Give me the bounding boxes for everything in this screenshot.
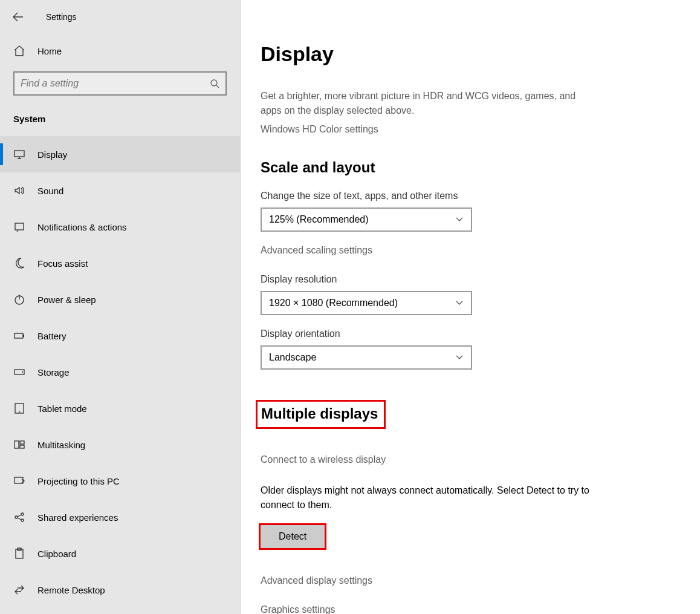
graphics-settings-link[interactable]: Graphics settings [261, 604, 676, 614]
resolution-dropdown[interactable]: 1920 × 1080 (Recommended) [261, 291, 472, 315]
sidebar-item-clipboard[interactable]: Clipboard [0, 535, 240, 572]
hdr-description: Get a brighter, more vibrant picture in … [261, 89, 599, 118]
sidebar-item-label: Projecting to this PC [37, 476, 120, 486]
sidebar-item-display[interactable]: Display [0, 136, 240, 172]
category-header: System [0, 108, 240, 136]
back-button[interactable] [11, 10, 25, 24]
search-icon [210, 79, 219, 88]
resolution-label: Display resolution [261, 274, 676, 285]
clipboard-icon [13, 547, 25, 560]
svg-point-14 [15, 516, 18, 518]
sidebar-item-sound[interactable]: Sound [0, 172, 240, 209]
orientation-value: Landscape [269, 352, 316, 363]
project-icon [13, 475, 25, 487]
scale-dropdown[interactable]: 125% (Recommended) [261, 207, 472, 232]
titlebar: Settings [0, 7, 240, 35]
hdr-color-settings-link[interactable]: Windows HD Color settings [261, 124, 676, 135]
sidebar-item-tablet-mode[interactable]: Tablet mode [0, 390, 240, 426]
wireless-display-link[interactable]: Connect to a wireless display [261, 454, 676, 465]
nav-list: Display Sound Notifications & actions Fo… [0, 136, 240, 608]
advanced-scaling-link[interactable]: Advanced scaling settings [261, 245, 676, 256]
chevron-down-icon [455, 215, 464, 224]
search-input[interactable] [21, 78, 190, 89]
notification-icon [13, 221, 25, 233]
sidebar-item-focus-assist[interactable]: Focus assist [0, 245, 240, 281]
sidebar-item-label: Notifications & actions [37, 222, 127, 232]
detect-description: Older displays might not always connect … [261, 483, 599, 512]
multitask-icon [13, 439, 25, 451]
svg-rect-5 [23, 335, 24, 337]
sidebar-item-multitasking[interactable]: Multitasking [0, 426, 240, 463]
sidebar-item-label: Storage [37, 367, 70, 377]
home-label: Home [37, 46, 62, 56]
storage-icon [13, 366, 25, 378]
power-icon [13, 293, 25, 305]
tablet-icon [13, 402, 25, 414]
orientation-label: Display orientation [261, 328, 676, 339]
sound-icon [13, 185, 25, 197]
sidebar: Settings Home System Display [0, 0, 241, 614]
section-scale-layout: Scale and layout [261, 159, 676, 176]
svg-rect-2 [15, 223, 24, 230]
battery-icon [13, 330, 25, 342]
scale-label: Change the size of text, apps, and other… [261, 191, 676, 201]
svg-rect-12 [20, 445, 24, 448]
sidebar-item-label: Display [37, 149, 67, 160]
window-title: Settings [46, 12, 77, 22]
sidebar-item-battery[interactable]: Battery [0, 318, 240, 354]
remote-icon [13, 584, 25, 596]
arrow-left-icon [13, 11, 24, 22]
svg-point-0 [211, 80, 217, 86]
scale-value: 125% (Recommended) [269, 214, 369, 225]
sidebar-item-label: Clipboard [37, 549, 76, 559]
advanced-display-settings-link[interactable]: Advanced display settings [261, 575, 676, 586]
share-icon [13, 511, 25, 523]
sidebar-item-remote-desktop[interactable]: Remote Desktop [0, 572, 240, 608]
sidebar-item-projecting[interactable]: Projecting to this PC [0, 463, 240, 499]
search-box[interactable] [13, 71, 227, 96]
svg-rect-4 [15, 333, 23, 338]
chevron-down-icon [455, 353, 464, 362]
sidebar-item-shared-experiences[interactable]: Shared experiences [0, 499, 240, 535]
sidebar-item-label: Remote Desktop [37, 585, 105, 595]
sidebar-item-label: Focus assist [37, 258, 88, 269]
moon-icon [13, 257, 25, 269]
svg-point-7 [22, 371, 23, 373]
home-icon [13, 45, 25, 57]
sidebar-item-label: Sound [37, 186, 63, 196]
sidebar-item-notifications[interactable]: Notifications & actions [0, 209, 240, 245]
svg-point-16 [21, 519, 24, 521]
display-icon [13, 148, 25, 160]
orientation-dropdown[interactable]: Landscape [261, 345, 472, 370]
svg-rect-10 [15, 441, 19, 448]
chevron-down-icon [455, 299, 464, 307]
svg-point-9 [19, 411, 20, 413]
sidebar-item-label: Multitasking [37, 440, 85, 450]
sidebar-item-label: Power & sleep [37, 295, 96, 305]
sidebar-item-label: Shared experiences [37, 512, 118, 523]
sidebar-item-label: Tablet mode [37, 403, 87, 414]
home-nav[interactable]: Home [0, 35, 240, 67]
svg-rect-1 [15, 151, 24, 157]
section-multiple-displays: Multiple displays [256, 400, 386, 429]
page-title: Display [261, 42, 676, 66]
svg-rect-11 [20, 441, 24, 444]
sidebar-item-label: Battery [37, 331, 66, 341]
svg-point-15 [21, 513, 24, 515]
main-content: Display Get a brighter, more vibrant pic… [241, 0, 700, 614]
detect-button[interactable]: Detect [259, 523, 326, 550]
sidebar-item-power-sleep[interactable]: Power & sleep [0, 281, 240, 318]
sidebar-item-storage[interactable]: Storage [0, 354, 240, 390]
resolution-value: 1920 × 1080 (Recommended) [269, 298, 398, 309]
